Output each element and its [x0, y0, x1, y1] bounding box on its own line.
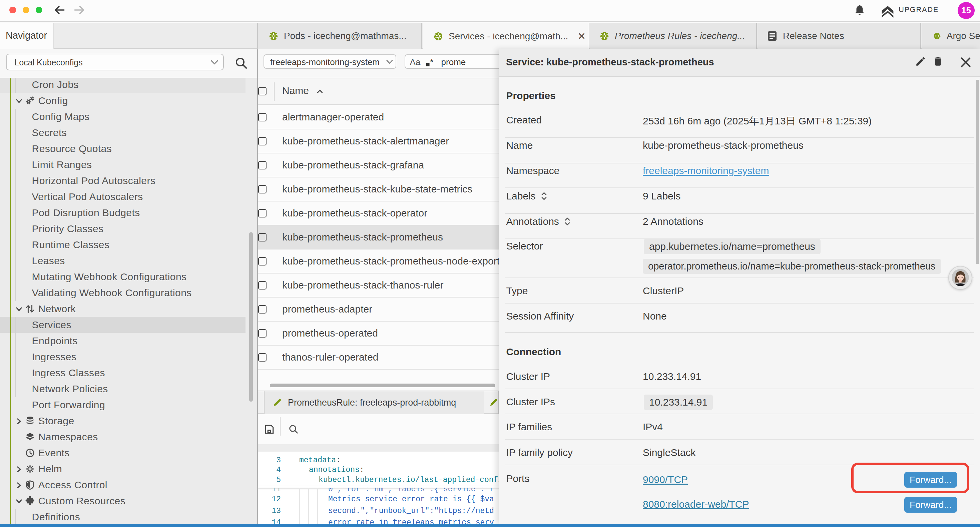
svg-text:*: * [430, 58, 433, 67]
